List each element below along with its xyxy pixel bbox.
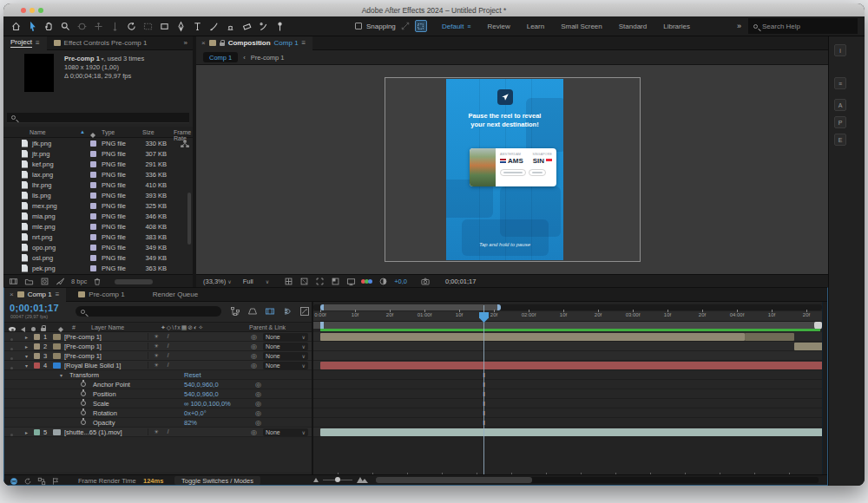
exposure-icon[interactable]: [378, 277, 388, 286]
hand-tool-icon[interactable]: [41, 18, 56, 34]
project-search-field[interactable]: [7, 113, 189, 123]
toggle-switches-modes-button[interactable]: Toggle Switches / Modes: [174, 476, 260, 485]
twirl-icon[interactable]: ▸: [25, 429, 34, 435]
zoom-out-icon[interactable]: [313, 478, 319, 482]
layer-duration-bar[interactable]: [320, 362, 822, 369]
label-color-swatch[interactable]: [90, 203, 96, 209]
clone-stamp-tool-icon[interactable]: [222, 18, 238, 34]
composition-viewer[interactable]: Pause the reel to reveal your next desti…: [196, 65, 828, 274]
zoom-slider[interactable]: [323, 480, 352, 480]
label-color-swatch[interactable]: [90, 245, 96, 251]
parent-link-column[interactable]: Parent & Link: [249, 324, 286, 330]
parent-dropdown[interactable]: None∨: [263, 352, 308, 360]
collapse-transforms-icon[interactable]: ☀: [154, 343, 159, 349]
roto-brush-tool-icon[interactable]: [255, 18, 271, 34]
property-name[interactable]: Scale: [93, 400, 109, 408]
quality-icon[interactable]: /: [168, 352, 169, 359]
workspace-tab[interactable]: Small Screen: [561, 23, 602, 30]
parent-dropdown[interactable]: None∨: [263, 428, 308, 436]
label-color-swatch[interactable]: [90, 224, 96, 230]
timeline-hscrollbar-thumb[interactable]: [376, 477, 532, 483]
lock-icon[interactable]: [220, 42, 225, 46]
region-of-interest-icon[interactable]: [315, 277, 325, 286]
property-row[interactable]: Anchor Point 540,0,960,0 ◎: [4, 380, 312, 389]
layer-row[interactable]: ▾ 4 [Royal Blue Solid 1] ☀/ ◎ None∨: [4, 361, 312, 370]
file-row[interactable]: mle.png PNG file 408 KB: [3, 221, 193, 232]
stopwatch-icon[interactable]: [81, 410, 86, 415]
channel-icon[interactable]: [362, 279, 372, 284]
zoom-in-icon[interactable]: [357, 477, 368, 483]
property-pickwhip-icon[interactable]: ◎: [255, 419, 261, 427]
layer-duration-bar[interactable]: [745, 333, 794, 341]
property-name[interactable]: Position: [93, 390, 116, 398]
layer-row[interactable]: ▸ 2 [Pre-comp 1] ☀/ ◎ None∨: [4, 342, 312, 351]
magnification-dropdown[interactable]: (33,3%)∨: [203, 278, 232, 285]
index-column[interactable]: #: [72, 324, 76, 330]
label-color-swatch[interactable]: [90, 265, 96, 271]
layer-name[interactable]: [Pre-comp 1]: [64, 343, 148, 350]
parent-pickwhip-icon[interactable]: ◎: [251, 352, 263, 360]
layer-name[interactable]: [Pre-comp 1]: [64, 352, 148, 360]
rectangle-tool-icon[interactable]: [156, 18, 172, 34]
flag-icon[interactable]: [51, 477, 60, 486]
property-value[interactable]: 82%: [184, 419, 197, 427]
grid-flow-icon[interactable]: [37, 477, 46, 486]
quality-icon[interactable]: /: [168, 428, 169, 435]
file-list-scrollbar[interactable]: [187, 193, 191, 245]
file-row[interactable]: lax.png PNG file 336 KB: [3, 169, 193, 180]
label-color-swatch[interactable]: [90, 161, 96, 167]
interpret-footage-icon[interactable]: [9, 277, 18, 286]
panel-menu-icon[interactable]: ≡: [36, 39, 40, 47]
label-swatch[interactable]: [34, 353, 43, 359]
comp-mini-flowchart-icon[interactable]: [230, 306, 240, 317]
snap-expand-icon[interactable]: [400, 21, 411, 31]
property-name[interactable]: Opacity: [93, 419, 115, 427]
collapsed-panel-tab[interactable]: ≡: [834, 77, 846, 89]
rotation-tool-icon[interactable]: [123, 18, 139, 34]
layer-row[interactable]: ▸ 1 [Pre-comp 1] ☀/ ◎ None∨: [4, 332, 312, 342]
zoom-tool-icon[interactable]: [57, 18, 73, 34]
workspace-tab[interactable]: Standard: [619, 23, 647, 30]
property-pickwhip-icon[interactable]: ◎: [255, 390, 261, 398]
stopwatch-icon[interactable]: [81, 391, 86, 396]
tab-project[interactable]: Project ≡: [3, 36, 47, 50]
quality-icon[interactable]: /: [168, 333, 169, 340]
transparency-grid-icon[interactable]: [331, 277, 340, 286]
trash-icon[interactable]: [93, 277, 102, 286]
layer-name[interactable]: [Pre-comp 1]: [64, 333, 148, 341]
breadcrumb-back-icon[interactable]: ‹: [243, 54, 246, 62]
file-row[interactable]: mex.png PNG file 325 KB: [3, 200, 193, 211]
collapse-transforms-icon[interactable]: ☀: [154, 362, 159, 369]
file-row[interactable]: kef.png PNG file 291 KB: [3, 159, 193, 169]
graph-editor-icon[interactable]: [299, 306, 310, 317]
parent-pickwhip-icon[interactable]: ◎: [251, 333, 263, 341]
label-swatch[interactable]: [34, 429, 43, 435]
reset-button[interactable]: Reset: [184, 371, 201, 379]
twirl-icon[interactable]: ▾: [25, 353, 34, 359]
file-row[interactable]: jtr.png PNG file 307 KB: [3, 148, 193, 159]
snap-to-layers-icon[interactable]: [415, 20, 427, 32]
frame-blending-icon[interactable]: [265, 306, 275, 317]
close-icon[interactable]: ×: [10, 291, 14, 298]
stopwatch-icon[interactable]: [81, 382, 86, 387]
label-color-swatch[interactable]: [90, 182, 96, 188]
column-name[interactable]: Name: [30, 129, 46, 135]
timeline-hscrollbar[interactable]: [376, 477, 819, 483]
draft-3d-icon[interactable]: [247, 306, 258, 317]
timeline-search-field[interactable]: [76, 306, 221, 317]
breadcrumb-previous[interactable]: Pre-comp 1: [251, 54, 285, 62]
collapse-transforms-icon[interactable]: ☀: [154, 428, 159, 435]
layer-row[interactable]: ▸ 5 [shutte...65 (1).mov] ☀/ ◎ None∨: [4, 428, 312, 437]
mask-visibility-icon[interactable]: [299, 277, 309, 286]
transform-group-row[interactable]: ▾ Transform Reset: [4, 370, 312, 380]
quality-icon[interactable]: /: [168, 362, 169, 369]
workspace-tab[interactable]: Default: [442, 23, 470, 30]
home-icon[interactable]: [8, 18, 23, 34]
twirl-icon[interactable]: ▸: [25, 343, 34, 349]
time-navigator-thumb[interactable]: [320, 304, 501, 310]
label-color-swatch[interactable]: [90, 172, 96, 178]
property-pickwhip-icon[interactable]: ◎: [255, 400, 261, 408]
layer-row[interactable]: ▾ 3 [Pre-comp 1] ☀/ ◎ None∨: [4, 351, 312, 361]
snapping-checkbox[interactable]: [355, 23, 362, 29]
workspace-tab[interactable]: Libraries: [663, 23, 690, 30]
